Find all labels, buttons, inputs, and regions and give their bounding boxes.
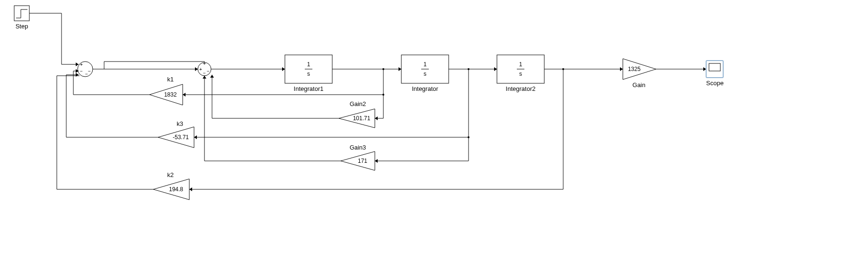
wire-int2-to-gain — [544, 67, 623, 71]
k3-label: k3 — [170, 120, 189, 127]
svg-marker-39 — [76, 73, 79, 77]
svg-rect-26 — [709, 63, 720, 71]
integrator1-top: 1 — [307, 61, 310, 68]
k1-value: 1832 — [164, 91, 177, 98]
diagram-svg: + − − − + + − − 1 s 1 s — [0, 0, 868, 257]
wire-sum2-to-int1 — [211, 67, 285, 71]
svg-text:−: − — [80, 69, 83, 74]
wire-int-to-gain3 — [375, 136, 469, 163]
gain-label: Gain — [625, 81, 653, 89]
svg-text:−: − — [203, 71, 206, 76]
gain-block[interactable]: 1325 — [623, 59, 656, 80]
wire-int1-to-k1 — [183, 69, 383, 97]
svg-marker-43 — [203, 76, 206, 79]
integrator2-block[interactable]: 1 s — [497, 55, 544, 83]
integrator-block[interactable]: 1 s — [401, 55, 449, 83]
svg-marker-22 — [620, 67, 623, 71]
svg-point-41 — [468, 136, 469, 138]
step-label: Step — [13, 23, 30, 30]
svg-point-34 — [382, 94, 384, 96]
k3-value: -53.71 — [173, 134, 189, 141]
integrator-label: Integrator — [401, 85, 449, 92]
wire-int-to-int2 — [449, 67, 497, 71]
svg-marker-36 — [210, 75, 214, 78]
wire-gain-to-scope — [656, 67, 706, 71]
simulink-canvas[interactable]: + − − − + + − − 1 s 1 s — [0, 0, 868, 257]
k3-block[interactable]: -53.71 — [158, 127, 194, 148]
svg-marker-16 — [399, 67, 401, 71]
integrator1-bot: s — [307, 71, 310, 77]
scope-label: Scope — [706, 80, 723, 87]
integrator2-label: Integrator2 — [497, 85, 544, 92]
wire-int1-to-gain2 — [375, 94, 384, 120]
gain3-label: Gain3 — [344, 144, 372, 151]
gain3-value: 171 — [358, 158, 367, 164]
svg-marker-13 — [282, 67, 285, 71]
svg-marker-19 — [494, 67, 497, 71]
step-block[interactable] — [14, 6, 29, 21]
svg-rect-0 — [14, 6, 29, 21]
gain2-block[interactable]: 101.71 — [339, 109, 375, 128]
svg-marker-30 — [183, 93, 186, 97]
k1-block[interactable]: 1832 — [150, 84, 183, 105]
sum1-block[interactable]: + − − − — [78, 62, 93, 77]
svg-marker-40 — [375, 159, 378, 163]
integrator2-bot: s — [519, 71, 522, 77]
integrator2-top: 1 — [519, 61, 523, 68]
gain3-block[interactable]: 171 — [341, 151, 375, 170]
scope-block[interactable] — [706, 61, 723, 78]
svg-text:−: − — [88, 69, 91, 74]
sum2-block[interactable]: + + − − — [198, 61, 211, 76]
svg-marker-37 — [194, 135, 197, 139]
wire-int1-to-int — [332, 67, 401, 71]
integrator1-label: Integrator1 — [285, 85, 332, 92]
svg-marker-7 — [195, 67, 198, 71]
svg-marker-33 — [375, 116, 378, 120]
wire-k2-to-sum1 — [57, 76, 153, 189]
wire-step-to-sum1 — [29, 13, 79, 66]
integrator1-block[interactable]: 1 s — [285, 55, 332, 83]
gain2-value: 101.71 — [353, 115, 371, 122]
k2-block[interactable]: 194.8 — [153, 179, 189, 200]
gain2-label: Gain2 — [344, 100, 372, 107]
svg-text:+: + — [203, 61, 206, 66]
k2-label: k2 — [161, 171, 180, 178]
k1-label: k1 — [161, 76, 180, 83]
svg-marker-44 — [189, 187, 192, 191]
gain-value: 1325 — [628, 66, 641, 72]
k2-value: 194.8 — [169, 186, 183, 193]
integrator-top: 1 — [424, 61, 427, 68]
wire-sum1-to-sum2 — [93, 62, 204, 71]
svg-text:+: + — [80, 62, 83, 67]
svg-marker-1 — [76, 62, 79, 66]
integrator-bot: s — [424, 71, 426, 77]
wire-k3-to-sum1 — [66, 73, 158, 137]
svg-text:−: − — [207, 69, 210, 74]
svg-text:+: + — [199, 67, 202, 72]
